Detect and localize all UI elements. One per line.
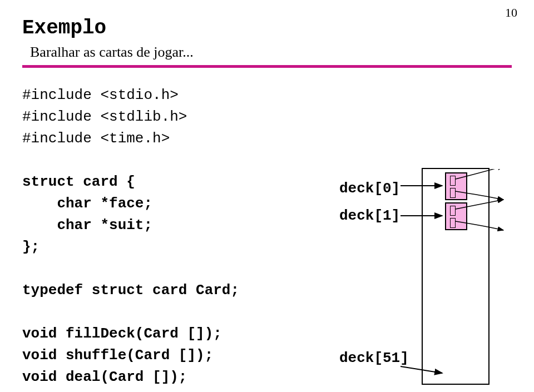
deck-label-0: deck[0] bbox=[339, 178, 400, 200]
field-box bbox=[450, 206, 456, 216]
code-line: char *face; bbox=[22, 193, 350, 215]
deck-labels: deck[0] deck[1] bbox=[339, 178, 400, 232]
code-line: typedef struct card Card; bbox=[22, 280, 350, 301]
code-line: void fillDeck(Card []); bbox=[22, 323, 350, 345]
deck-label-51: deck[51] bbox=[339, 350, 409, 366]
struct-box bbox=[445, 202, 467, 230]
page-number: 10 bbox=[505, 6, 517, 20]
svg-line-3 bbox=[400, 366, 442, 373]
code-line: }; bbox=[22, 236, 350, 258]
struct-box bbox=[445, 172, 467, 200]
slide-header: Exemplo Baralhar as cartas de jogar... bbox=[0, 0, 534, 61]
code-line: #include <stdio.h> bbox=[22, 85, 350, 106]
array-box bbox=[422, 168, 490, 385]
code-line bbox=[22, 150, 350, 171]
code-line bbox=[22, 301, 350, 323]
content-area: #include <stdio.h> #include <stdlib.h> #… bbox=[0, 68, 534, 388]
code-line: #include <stdlib.h> bbox=[22, 106, 350, 128]
memory-diagram bbox=[422, 168, 490, 385]
deck-label-1: deck[1] bbox=[339, 205, 400, 227]
code-line: #include <time.h> bbox=[22, 128, 350, 150]
code-line bbox=[22, 258, 350, 280]
field-box bbox=[450, 176, 456, 186]
code-line: struct card { bbox=[22, 171, 350, 193]
code-block: #include <stdio.h> #include <stdlib.h> #… bbox=[22, 85, 350, 388]
diagram-area: deck[0] deck[1] deck[51] bbox=[350, 85, 512, 388]
code-line: void deal(Card []); bbox=[22, 366, 350, 388]
slide-title: Exemplo bbox=[22, 17, 534, 39]
field-box bbox=[450, 218, 456, 228]
code-line: void shuffle(Card []); bbox=[22, 345, 350, 366]
code-line: char *suit; bbox=[22, 215, 350, 236]
field-box bbox=[450, 188, 456, 198]
slide-subtitle: Baralhar as cartas de jogar... bbox=[22, 44, 534, 61]
